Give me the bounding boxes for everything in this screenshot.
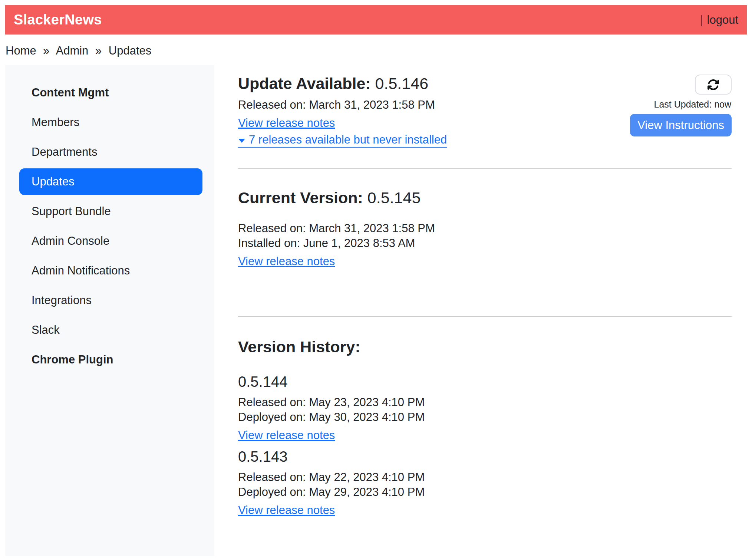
sidebar-item-support-bundle[interactable]: Support Bundle [5,197,214,226]
current-version-section: Current Version: 0.5.145 Released on: Ma… [238,169,732,269]
content-layout: Content Mgmt Members Departments Updates… [5,65,747,556]
history-version-number: 0.5.143 [238,448,732,465]
update-available-version: 0.5.146 [375,75,428,92]
current-version-heading: Current Version: 0.5.145 [238,189,732,207]
current-installed-on: Installed on: June 1, 2023 8:53 AM [238,236,732,251]
sidebar-item-admin-console[interactable]: Admin Console [5,226,214,256]
current-released-on: Released on: March 31, 2023 1:58 PM [238,221,732,236]
history-deployed-on: Deployed on: May 30, 2023 4:10 PM [238,410,732,425]
update-controls: Last Updated: now View Instructions [630,75,732,136]
version-history-heading: Version History: [238,338,732,356]
sidebar-item-content-mgmt[interactable]: Content Mgmt [5,78,214,108]
sidebar-item-updates[interactable]: Updates [19,168,202,195]
refresh-button[interactable] [695,75,732,95]
sidebar-item-admin-notifications[interactable]: Admin Notifications [5,256,214,286]
page: SlackerNews | logout Home » Admin » Upda… [0,0,752,556]
version-history-entry: 0.5.143 Released on: May 22, 2023 4:10 P… [238,448,732,518]
history-released-on: Released on: May 23, 2023 4:10 PM [238,395,732,410]
releases-never-installed-toggle[interactable]: 7 releases available but never installed [238,133,447,148]
logout-link[interactable]: logout [707,13,738,27]
update-released-on: Released on: March 31, 2023 1:58 PM [238,98,447,112]
history-released-on: Released on: May 22, 2023 4:10 PM [238,470,732,485]
breadcrumb-updates: Updates [109,44,151,57]
admin-sidebar: Content Mgmt Members Departments Updates… [5,65,214,556]
breadcrumb-separator: » [43,44,49,57]
logout-separator: | [700,13,703,27]
breadcrumb-admin[interactable]: Admin [56,44,88,57]
current-release-notes-link[interactable]: View release notes [238,254,335,269]
app-brand: SlackerNews [14,12,102,28]
version-history-section: Version History: 0.5.144 Released on: Ma… [238,317,732,518]
view-instructions-button[interactable]: View Instructions [630,114,732,136]
current-version-number: 0.5.145 [367,189,420,207]
sidebar-item-members[interactable]: Members [5,108,214,137]
sidebar-item-chrome-plugin[interactable]: Chrome Plugin [5,345,214,375]
breadcrumb-separator: » [95,44,102,57]
history-version-number: 0.5.144 [238,373,732,390]
update-available-heading: Update Available: 0.5.146 [238,75,447,93]
releases-never-installed-label: 7 releases available but never installed [249,133,447,147]
current-version-label: Current Version: [238,189,363,207]
update-available-section: Update Available: 0.5.146 Released on: M… [238,75,732,148]
sidebar-item-departments[interactable]: Departments [5,137,214,167]
update-release-notes-link[interactable]: View release notes [238,116,335,131]
sidebar-item-slack[interactable]: Slack [5,315,214,345]
logout-area: | logout [700,13,738,27]
refresh-icon [707,79,719,91]
caret-down-icon [238,138,245,143]
history-deployed-on: Deployed on: May 29, 2023 4:10 PM [238,485,732,500]
version-history-entry: 0.5.144 Released on: May 23, 2023 4:10 P… [238,373,732,443]
update-available-label: Update Available: [238,75,371,92]
history-release-notes-link[interactable]: View release notes [238,428,335,443]
last-updated-text: Last Updated: now [654,100,731,109]
main-content: Update Available: 0.5.146 Released on: M… [214,65,747,518]
sidebar-item-integrations[interactable]: Integrations [5,286,214,315]
breadcrumb-home[interactable]: Home [6,44,36,57]
top-bar: SlackerNews | logout [5,5,747,34]
history-release-notes-link[interactable]: View release notes [238,503,335,518]
breadcrumb: Home » Admin » Updates [5,34,747,65]
update-available-info: Update Available: 0.5.146 Released on: M… [238,75,447,148]
